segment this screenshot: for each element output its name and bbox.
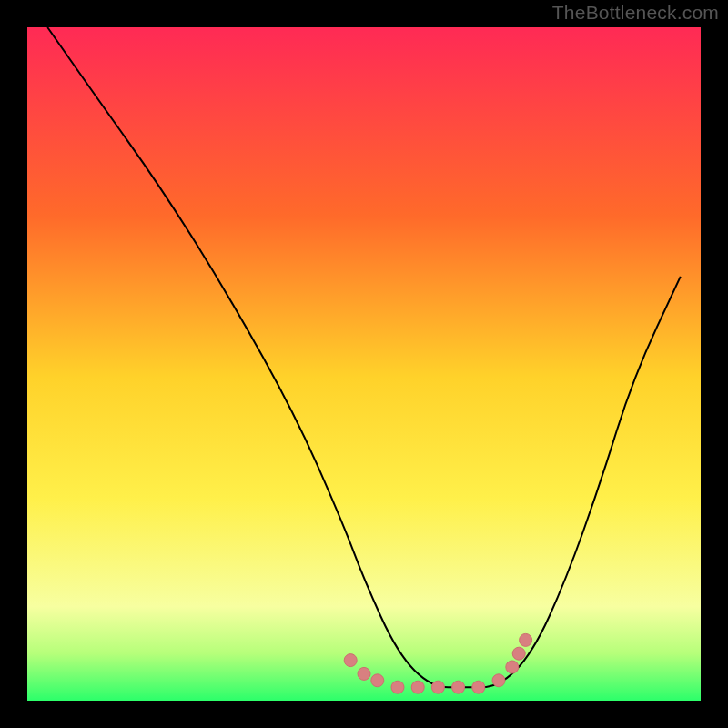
plot-area (27, 27, 701, 701)
chart-frame: TheBottleneck.com (0, 0, 728, 728)
marker-dot (472, 681, 485, 693)
marker-dot (391, 681, 404, 693)
marker-dot (371, 674, 384, 687)
marker-dot (512, 647, 525, 660)
watermark-text: TheBottleneck.com (552, 2, 719, 24)
marker-dot (358, 667, 370, 680)
marker-dot (492, 674, 505, 687)
marker-dot (452, 681, 465, 693)
marker-dot (520, 633, 532, 646)
marker-dot (506, 661, 519, 673)
bottleneck-chart (0, 0, 728, 728)
marker-dot (344, 654, 357, 667)
marker-dot (431, 681, 444, 693)
marker-dot (411, 681, 424, 693)
